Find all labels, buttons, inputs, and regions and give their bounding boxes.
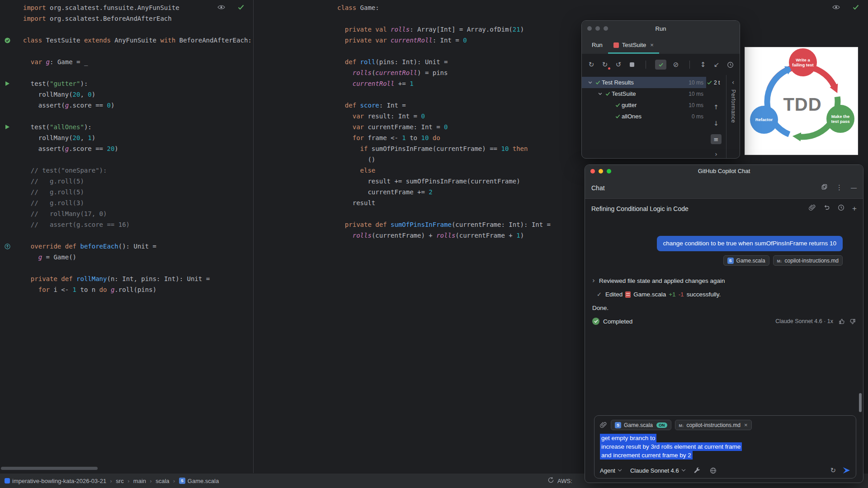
run-window-titlebar[interactable]: Run (582, 21, 740, 36)
sort-icon[interactable]: ↕ (699, 59, 707, 70)
hide-icon[interactable]: — (851, 184, 857, 191)
expand-panel-icon[interactable]: › (706, 150, 726, 158)
web-icon[interactable] (710, 467, 717, 474)
tab-testsuite[interactable]: TestSuite × (608, 36, 659, 54)
window-controls[interactable] (590, 169, 611, 174)
stop-icon[interactable] (628, 59, 636, 70)
code-line[interactable] (0, 230, 253, 241)
ovr-gutter[interactable] (0, 241, 23, 252)
run-gutter[interactable] (0, 122, 23, 132)
zoom-icon[interactable] (607, 169, 611, 174)
show-passed-icon[interactable] (655, 59, 666, 70)
file-ref-chip[interactable]: M↓copilot-instructions.md× (675, 420, 752, 430)
tab-run[interactable]: Run (586, 36, 608, 54)
editor-pane-testsuite[interactable]: import org.scalatest.funsuite.AnyFunSuit… (0, 0, 254, 473)
send-icon[interactable] (842, 467, 850, 474)
test-tree-row[interactable]: allOnes0 ms (582, 111, 706, 122)
horizontal-scrollbar[interactable] (1, 467, 98, 470)
code-line[interactable]: private def rollMany(n: Int, pins: Int):… (0, 273, 253, 284)
expand-chevron-icon[interactable]: › (592, 277, 595, 285)
minimize-icon[interactable] (595, 26, 600, 31)
prompt-text-selected[interactable]: get empty branch toincrease result by 3r… (600, 434, 850, 460)
test-tree-row[interactable]: gutter10 ms (582, 99, 706, 111)
code-line[interactable] (0, 67, 253, 78)
close-icon[interactable]: × (744, 422, 748, 428)
file-ref-chip[interactable]: SGame.scala (723, 255, 769, 266)
auto-test-icon[interactable]: ↺ (614, 59, 623, 70)
zoom-icon[interactable] (604, 26, 608, 31)
breadcrumb-item[interactable]: main (133, 478, 146, 484)
code-line[interactable]: // rollMany(17, 0) (0, 208, 253, 219)
close-icon[interactable] (590, 169, 595, 174)
code-line[interactable]: var g: Game = _ (0, 56, 253, 67)
chat-input-box[interactable]: SGame.scalaONM↓copilot-instructions.md× … (594, 415, 856, 479)
code-line[interactable]: class TestSuite extends AnyFunSuite with… (0, 35, 253, 46)
chat-scrollbar[interactable] (859, 393, 862, 412)
test-tree-row[interactable]: TestSuite10 ms (582, 88, 706, 99)
new-chat-icon[interactable]: + (852, 205, 857, 212)
previous-occurrence-icon[interactable]: ↑ (706, 103, 726, 111)
code-line[interactable]: test("allOnes"): (0, 122, 253, 132)
filter-icon[interactable]: ≡ (711, 134, 722, 144)
prompt-line[interactable]: and increment current frame by 2 (600, 451, 693, 460)
model-selector[interactable]: Claude Sonnet 4.6 (630, 467, 685, 474)
code-line[interactable]: private var currentRoll: Int = 0 (254, 35, 868, 46)
file-ref-chip[interactable]: M↓copilot-instructions.md (773, 255, 843, 266)
minimize-icon[interactable] (599, 169, 603, 174)
code-line[interactable]: test("gutter"): (0, 78, 253, 89)
more-options-icon[interactable]: ⋮ (836, 184, 843, 191)
highlight-eye-icon[interactable] (217, 4, 225, 12)
code-line[interactable]: // assert(g.score == 16) (0, 219, 253, 230)
window-controls[interactable] (587, 26, 608, 31)
code-line[interactable]: // g.roll(5) (0, 176, 253, 187)
file-ref-chip[interactable]: SGame.scalaON (611, 420, 671, 430)
code-line[interactable]: override def beforeEach(): Unit = (0, 241, 253, 252)
prompt-line[interactable]: increase result by 3rd rolls element at … (600, 442, 742, 451)
tools-icon[interactable] (694, 467, 701, 474)
attach-icon[interactable] (809, 204, 816, 213)
close-icon[interactable]: × (650, 42, 654, 48)
resend-icon[interactable]: ↻ (830, 467, 836, 474)
edited-file-name[interactable]: Game.scala (633, 291, 666, 298)
run-tool-window[interactable]: Run Run TestSuite × ↻↻↺⊘↕↙ Test Results1… (581, 20, 740, 159)
thumbs-down-icon[interactable] (849, 318, 856, 325)
breadcrumb-item[interactable]: SGame.scala (179, 478, 219, 484)
close-icon[interactable] (587, 26, 592, 31)
undo-icon[interactable] (823, 204, 830, 213)
no-problems-icon[interactable] (853, 4, 859, 12)
code-line[interactable]: // g.roll(5) (0, 187, 253, 197)
code-line[interactable]: rollMany(20, 1) (0, 132, 253, 143)
next-occurrence-icon[interactable]: ↓ (706, 120, 726, 127)
code-line[interactable]: import org.scalatest.funsuite.AnyFunSuit… (0, 2, 253, 13)
history-icon[interactable] (838, 204, 844, 213)
code-line[interactable]: assert(g.score == 0) (0, 100, 253, 111)
code-line[interactable] (0, 24, 253, 35)
collapse-panel-icon[interactable]: ‹ (726, 79, 740, 86)
code-line[interactable]: // g.roll(3) (0, 197, 253, 208)
code-line[interactable]: for i <- 1 to n do g.roll(pins) (0, 284, 253, 295)
breadcrumb-item[interactable]: src (116, 478, 123, 484)
rerun-failed-icon[interactable]: ↻ (601, 59, 609, 70)
code-line[interactable] (0, 154, 253, 165)
history-icon[interactable] (726, 59, 734, 70)
open-in-editor-icon[interactable] (821, 183, 828, 192)
code-line[interactable]: import org.scalatest.BeforeAndAfterEach (0, 13, 253, 24)
import-icon[interactable]: ↙ (712, 59, 721, 70)
code-line[interactable]: assert(g.score == 20) (0, 143, 253, 154)
breadcrumb-item[interactable]: imperative-bowling-kata-2026-03-21 (5, 478, 106, 484)
highlight-eye-icon[interactable] (832, 4, 840, 12)
expand-chevron-icon[interactable] (596, 92, 604, 96)
code-line[interactable]: private val rolls: Array[Int] = Array.of… (254, 24, 868, 35)
tab-chat[interactable]: Chat (591, 184, 605, 192)
code-line[interactable] (0, 111, 253, 122)
copilot-titlebar[interactable]: GitHub Copilot Chat (585, 165, 863, 177)
aws-widget[interactable]: AWS: (547, 474, 572, 488)
run-gutter[interactable] (0, 78, 23, 89)
show-ignored-icon[interactable]: ⊘ (672, 59, 680, 70)
code-line[interactable] (254, 13, 868, 24)
breadcrumb-item[interactable]: scala (156, 478, 169, 484)
test-tree-row[interactable]: Test Results10 ms (582, 77, 706, 88)
code-line[interactable]: // test("oneSpare"): (0, 165, 253, 176)
code-line[interactable] (0, 263, 253, 273)
copilot-chat-window[interactable]: GitHub Copilot Chat Chat ⋮ — Refining Co… (585, 164, 863, 483)
